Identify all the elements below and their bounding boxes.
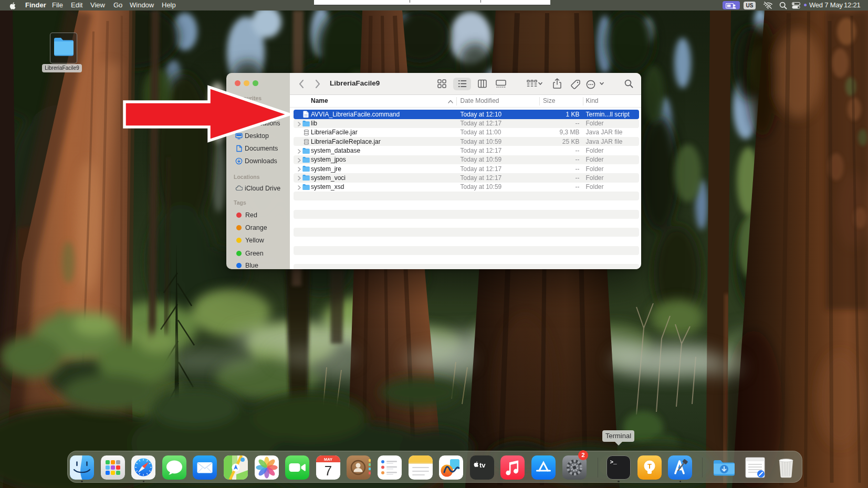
svg-text:T: T bbox=[647, 462, 652, 470]
svg-text:MAY: MAY bbox=[324, 457, 332, 462]
svg-text:>_: >_ bbox=[610, 459, 618, 465]
svg-text:7: 7 bbox=[325, 463, 332, 479]
svg-text:tv: tv bbox=[479, 461, 486, 469]
